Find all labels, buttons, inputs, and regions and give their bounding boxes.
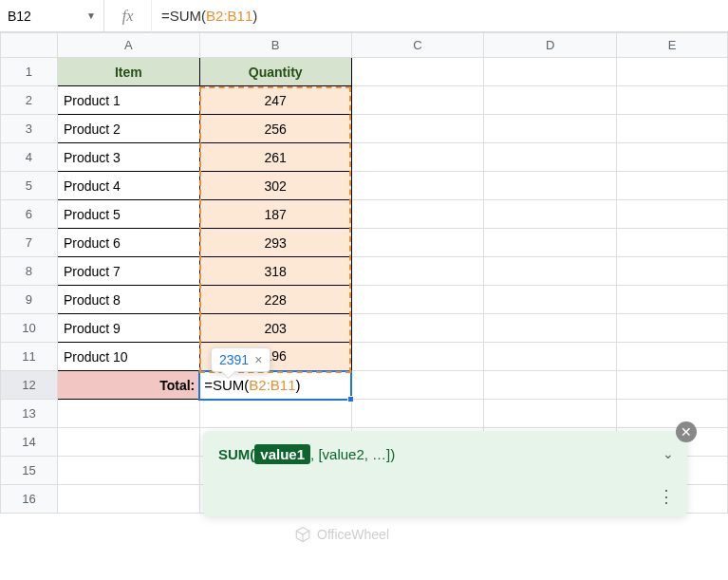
cell[interactable]: [351, 314, 484, 343]
item-cell[interactable]: Product 2: [57, 115, 199, 143]
watermark: OfficeWheel: [294, 526, 389, 543]
col-header-e[interactable]: E: [617, 33, 728, 58]
cell[interactable]: [484, 371, 617, 400]
col-header-b[interactable]: B: [199, 33, 351, 58]
cell[interactable]: [617, 286, 728, 314]
cell[interactable]: [351, 400, 484, 428]
row-header[interactable]: 9: [1, 286, 58, 314]
row-header[interactable]: 10: [1, 314, 58, 343]
cell[interactable]: [351, 200, 484, 229]
name-box-dropdown-icon[interactable]: ▼: [86, 10, 96, 21]
item-cell[interactable]: Product 4: [57, 172, 199, 200]
cell[interactable]: [484, 286, 617, 314]
cell[interactable]: [351, 343, 484, 371]
item-cell[interactable]: Product 1: [57, 86, 199, 115]
table-row: 4 Product 3 261: [1, 143, 728, 172]
cell[interactable]: [351, 143, 484, 172]
row-header[interactable]: 14: [1, 428, 58, 457]
row-header[interactable]: 11: [1, 343, 58, 371]
row-header[interactable]: 1: [1, 58, 58, 86]
cell[interactable]: [484, 400, 617, 428]
cell[interactable]: [617, 86, 728, 115]
col-header-a[interactable]: A: [57, 33, 199, 58]
cell[interactable]: [199, 400, 351, 428]
item-cell[interactable]: Product 8: [57, 286, 199, 314]
helper-menu-icon[interactable]: ⋮: [658, 486, 674, 507]
cell[interactable]: [57, 428, 199, 457]
row-header[interactable]: 16: [1, 485, 58, 514]
cell[interactable]: [617, 172, 728, 200]
cell[interactable]: [351, 115, 484, 143]
item-cell[interactable]: Product 6: [57, 229, 199, 257]
cell[interactable]: [57, 485, 199, 514]
cell[interactable]: [484, 143, 617, 172]
row-header[interactable]: 3: [1, 115, 58, 143]
formula-input[interactable]: =SUM(B2:B11): [152, 0, 728, 32]
cell[interactable]: [484, 200, 617, 229]
cell[interactable]: [484, 314, 617, 343]
row-header[interactable]: 5: [1, 172, 58, 200]
qty-cell[interactable]: 247: [199, 86, 351, 115]
qty-cell[interactable]: 256: [199, 115, 351, 143]
row-header[interactable]: 13: [1, 400, 58, 428]
row-header[interactable]: 15: [1, 457, 58, 485]
cell[interactable]: [617, 143, 728, 172]
row-header[interactable]: 6: [1, 200, 58, 229]
cell[interactable]: [617, 200, 728, 229]
item-cell[interactable]: Product 5: [57, 200, 199, 229]
cell[interactable]: [484, 172, 617, 200]
header-quantity[interactable]: Quantity: [199, 58, 351, 86]
total-formula-cell[interactable]: =SUM(B2:B11): [199, 371, 351, 400]
helper-collapse-icon[interactable]: ⌄: [663, 446, 674, 461]
helper-close-icon[interactable]: ✕: [676, 421, 697, 442]
cell[interactable]: [617, 58, 728, 86]
cell[interactable]: [617, 115, 728, 143]
fx-icon[interactable]: fx: [104, 0, 152, 32]
cell[interactable]: [617, 343, 728, 371]
tooltip-close-icon[interactable]: ×: [254, 352, 262, 367]
qty-cell[interactable]: 293: [199, 229, 351, 257]
qty-cell[interactable]: 187: [199, 200, 351, 229]
cell[interactable]: [351, 172, 484, 200]
col-header-c[interactable]: C: [351, 33, 484, 58]
qty-cell[interactable]: 228: [199, 286, 351, 314]
cell[interactable]: [351, 86, 484, 115]
corner-cell[interactable]: [1, 33, 58, 58]
row-header[interactable]: 2: [1, 86, 58, 115]
cell[interactable]: [484, 115, 617, 143]
cell[interactable]: [617, 400, 728, 428]
cell[interactable]: [484, 86, 617, 115]
cell[interactable]: [617, 257, 728, 286]
cell[interactable]: [617, 229, 728, 257]
item-cell[interactable]: Product 3: [57, 143, 199, 172]
row-header[interactable]: 4: [1, 143, 58, 172]
cell[interactable]: [617, 314, 728, 343]
total-label-cell[interactable]: Total:: [57, 371, 199, 400]
item-cell[interactable]: Product 7: [57, 257, 199, 286]
cell[interactable]: [351, 286, 484, 314]
selection-handle[interactable]: [347, 396, 354, 402]
header-item[interactable]: Item: [57, 58, 199, 86]
cell[interactable]: [57, 457, 199, 485]
row-header[interactable]: 8: [1, 257, 58, 286]
cell[interactable]: [351, 371, 484, 400]
cell[interactable]: [351, 229, 484, 257]
row-header[interactable]: 7: [1, 229, 58, 257]
col-header-d[interactable]: D: [484, 33, 617, 58]
qty-cell[interactable]: 261: [199, 143, 351, 172]
item-cell[interactable]: Product 10: [57, 343, 199, 371]
cell[interactable]: [617, 371, 728, 400]
cell[interactable]: [484, 257, 617, 286]
cell[interactable]: [351, 58, 484, 86]
cell[interactable]: [351, 257, 484, 286]
cell[interactable]: [57, 400, 199, 428]
cell[interactable]: [484, 229, 617, 257]
cell[interactable]: [484, 58, 617, 86]
row-header[interactable]: 12: [1, 371, 58, 400]
name-box[interactable]: B12 ▼: [0, 0, 104, 32]
qty-cell[interactable]: 318: [199, 257, 351, 286]
qty-cell[interactable]: 302: [199, 172, 351, 200]
cell[interactable]: [484, 343, 617, 371]
qty-cell[interactable]: 203: [199, 314, 351, 343]
item-cell[interactable]: Product 9: [57, 314, 199, 343]
